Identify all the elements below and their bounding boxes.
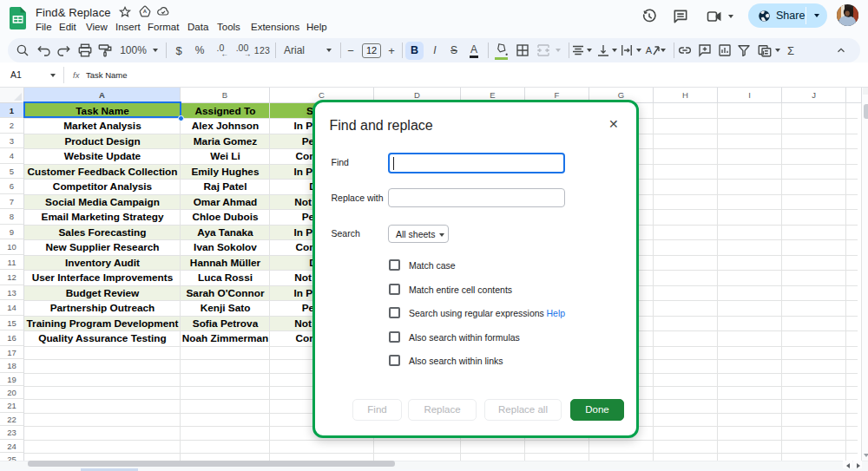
- svg-text:A: A: [143, 9, 148, 14]
